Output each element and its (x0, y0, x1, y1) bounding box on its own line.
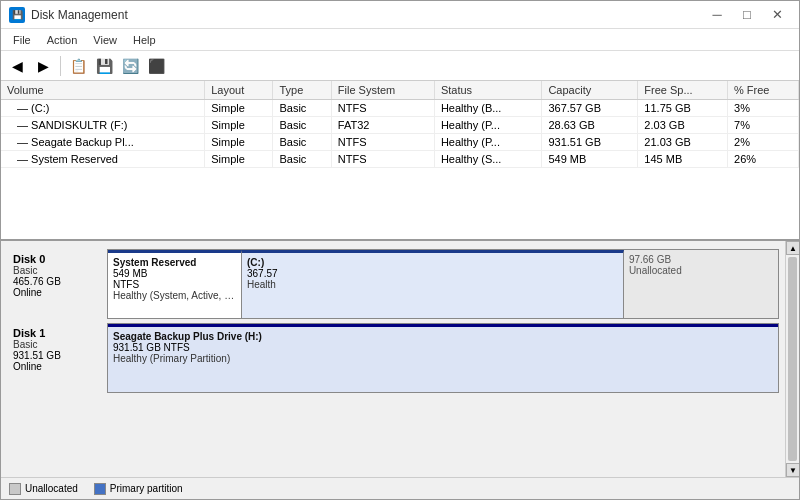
table-cell: Simple (205, 117, 273, 134)
table-cell: 549 MB (542, 151, 638, 168)
table-cell: 3% (728, 100, 799, 117)
col-filesystem: File System (331, 81, 434, 100)
main-content: Volume Layout Type File System Status Ca… (1, 81, 799, 499)
table-cell: 28.63 GB (542, 117, 638, 134)
disk-0-name: Disk 0 (13, 253, 101, 265)
table-cell: Basic (273, 134, 331, 151)
table-cell: — SANDISKULTR (F:) (1, 117, 205, 134)
disk-1-status: Online (13, 361, 101, 372)
table-cell: Basic (273, 117, 331, 134)
table-cell: Simple (205, 100, 273, 117)
disk-0-size: 465.76 GB (13, 276, 101, 287)
table-row[interactable]: — (C:)SimpleBasicNTFSHealthy (B...367.57… (1, 100, 799, 117)
table-cell: 2% (728, 134, 799, 151)
col-percentfree: % Free (728, 81, 799, 100)
table-cell: Healthy (B... (434, 100, 542, 117)
disk-0-type: Basic (13, 265, 101, 276)
table-cell: NTFS (331, 100, 434, 117)
table-cell: — System Reserved (1, 151, 205, 168)
toolbar-btn-4[interactable]: ⬛ (144, 54, 168, 78)
disk-1-partitions: Seagate Backup Plus Drive (H:) 931.51 GB… (107, 323, 779, 393)
table-cell: 21.03 GB (638, 134, 728, 151)
table-cell: Healthy (P... (434, 134, 542, 151)
menu-bar: File Action View Help (1, 29, 799, 51)
legend-primary: Primary partition (94, 483, 183, 495)
col-volume: Volume (1, 81, 205, 100)
partition-system-reserved[interactable]: System Reserved 549 MB NTFS Healthy (Sys… (108, 250, 242, 318)
maximize-button[interactable]: □ (733, 4, 761, 26)
menu-action[interactable]: Action (39, 32, 86, 48)
disk-1-size: 931.51 GB (13, 350, 101, 361)
forward-button[interactable]: ▶ (31, 54, 55, 78)
col-type: Type (273, 81, 331, 100)
legend-unallocated-color (9, 483, 21, 495)
table-cell: — Seagate Backup Pl... (1, 134, 205, 151)
table-cell: Basic (273, 151, 331, 168)
legend-primary-label: Primary partition (110, 483, 183, 494)
legend-bar: Unallocated Primary partition (1, 477, 799, 499)
toolbar-btn-2[interactable]: 💾 (92, 54, 116, 78)
scroll-up-button[interactable]: ▲ (786, 241, 799, 255)
window-controls: ─ □ ✕ (703, 4, 791, 26)
disk-row-1: Disk 1 Basic 931.51 GB Online Seagate Ba… (7, 323, 779, 393)
table-cell: 145 MB (638, 151, 728, 168)
table-cell: FAT32 (331, 117, 434, 134)
toolbar-separator-1 (60, 56, 61, 76)
volume-table: Volume Layout Type File System Status Ca… (1, 81, 799, 168)
legend-unallocated: Unallocated (9, 483, 78, 495)
table-cell: 11.75 GB (638, 100, 728, 117)
partition-c[interactable]: (C:) 367.57 Health (242, 250, 624, 318)
partition-seagate[interactable]: Seagate Backup Plus Drive (H:) 931.51 GB… (108, 324, 778, 392)
scroll-down-button[interactable]: ▼ (786, 463, 799, 477)
main-window: 💾 Disk Management ─ □ ✕ File Action View… (0, 0, 800, 500)
partition-unallocated-0: 97.66 GB Unallocated (624, 250, 778, 318)
title-bar: 💾 Disk Management ─ □ ✕ (1, 1, 799, 29)
disk-0-status: Online (13, 287, 101, 298)
scroll-bar[interactable]: ▲ ▼ (785, 241, 799, 477)
table-cell: — (C:) (1, 100, 205, 117)
col-capacity: Capacity (542, 81, 638, 100)
disk-1-name: Disk 1 (13, 327, 101, 339)
table-header-row: Volume Layout Type File System Status Ca… (1, 81, 799, 100)
table-cell: NTFS (331, 134, 434, 151)
app-icon: 💾 (9, 7, 25, 23)
table-cell: Simple (205, 151, 273, 168)
col-freespace: Free Sp... (638, 81, 728, 100)
table-cell: 931.51 GB (542, 134, 638, 151)
col-layout: Layout (205, 81, 273, 100)
disk-row-0: Disk 0 Basic 465.76 GB Online System Res… (7, 249, 779, 319)
disk-0-info: Disk 0 Basic 465.76 GB Online (7, 249, 107, 319)
table-row[interactable]: — Seagate Backup Pl...SimpleBasicNTFSHea… (1, 134, 799, 151)
disk-panel: Disk 0 Basic 465.76 GB Online System Res… (1, 241, 785, 477)
table-cell: 367.57 GB (542, 100, 638, 117)
disk-1-type: Basic (13, 339, 101, 350)
back-button[interactable]: ◀ (5, 54, 29, 78)
table-cell: 7% (728, 117, 799, 134)
table-cell: Healthy (S... (434, 151, 542, 168)
close-button[interactable]: ✕ (763, 4, 791, 26)
table-row[interactable]: — SANDISKULTR (F:)SimpleBasicFAT32Health… (1, 117, 799, 134)
menu-file[interactable]: File (5, 32, 39, 48)
toolbar-btn-1[interactable]: 📋 (66, 54, 90, 78)
legend-primary-color (94, 483, 106, 495)
table-cell: 26% (728, 151, 799, 168)
scroll-thumb[interactable] (788, 257, 797, 461)
table-cell: 2.03 GB (638, 117, 728, 134)
menu-help[interactable]: Help (125, 32, 164, 48)
toolbar: ◀ ▶ 📋 💾 🔄 ⬛ (1, 51, 799, 81)
table-cell: NTFS (331, 151, 434, 168)
table-cell: Healthy (P... (434, 117, 542, 134)
table-cell: Simple (205, 134, 273, 151)
minimize-button[interactable]: ─ (703, 4, 731, 26)
table-cell: Basic (273, 100, 331, 117)
legend-unallocated-label: Unallocated (25, 483, 78, 494)
menu-view[interactable]: View (85, 32, 125, 48)
window-title: Disk Management (31, 8, 703, 22)
col-status: Status (434, 81, 542, 100)
table-row[interactable]: — System ReservedSimpleBasicNTFSHealthy … (1, 151, 799, 168)
disk-0-partitions: System Reserved 549 MB NTFS Healthy (Sys… (107, 249, 779, 319)
toolbar-btn-3[interactable]: 🔄 (118, 54, 142, 78)
volume-panel: Volume Layout Type File System Status Ca… (1, 81, 799, 241)
disk-layout-wrapper: Disk 0 Basic 465.76 GB Online System Res… (1, 241, 799, 477)
disk-1-info: Disk 1 Basic 931.51 GB Online (7, 323, 107, 393)
